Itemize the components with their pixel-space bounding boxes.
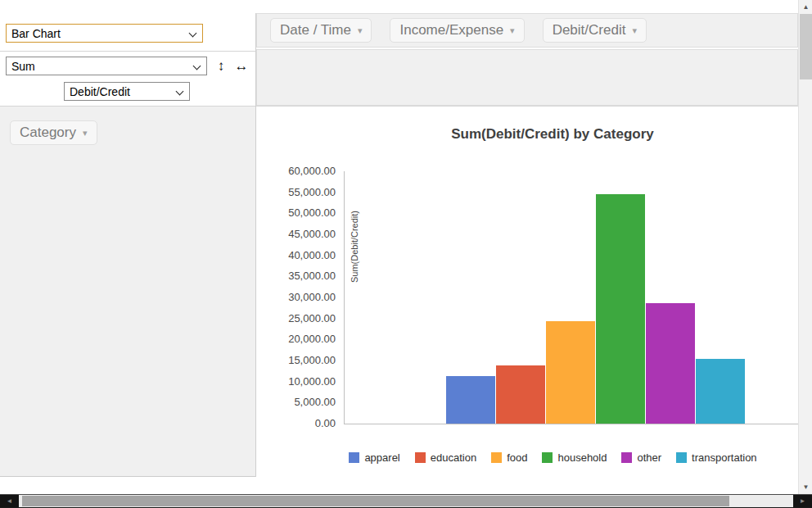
- attribute-pill-label: Category: [20, 125, 76, 141]
- vertical-scrollbar[interactable]: ▲ ▼: [798, 0, 812, 494]
- aggregator-select-value: Sum: [11, 60, 35, 73]
- attribute-pill-label: Date / Time: [280, 22, 351, 39]
- bar-apparel[interactable]: [446, 376, 495, 424]
- y-tick-label: 60,000.00: [256, 165, 336, 178]
- filter-dropdown-caret-icon[interactable]: ▾: [510, 25, 515, 36]
- scroll-left-icon[interactable]: ◄: [0, 495, 19, 507]
- bar-other[interactable]: [646, 303, 695, 424]
- vertical-scrollbar-thumb[interactable]: [800, 14, 812, 79]
- legend-label: other: [637, 451, 661, 464]
- unused-attributes-zone[interactable]: Date / Time▾Income/Expense▾Debit/Credit▾: [256, 13, 798, 48]
- bar-household[interactable]: [596, 194, 645, 424]
- y-tick-label: 0.00: [256, 417, 336, 430]
- bars-plot-area: [344, 171, 798, 424]
- attribute-pill-category[interactable]: Category▾: [10, 120, 97, 145]
- column-attributes-drop-zone[interactable]: [256, 49, 798, 106]
- column-order-toggle-icon[interactable]: ↔: [231, 57, 252, 75]
- y-tick-label: 10,000.00: [256, 375, 336, 388]
- horizontal-scrollbar[interactable]: ◄ ►: [0, 494, 812, 508]
- legend-item-transportation[interactable]: transportation: [676, 451, 757, 464]
- chevron-down-icon: [189, 29, 197, 38]
- bar-food[interactable]: [546, 321, 595, 424]
- attribute-pill-income-expense[interactable]: Income/Expense▾: [390, 18, 524, 43]
- legend-swatch-icon: [542, 452, 553, 463]
- chevron-down-icon: [193, 62, 201, 70]
- y-axis-ticks: 0.005,000.0010,000.0015,000.0020,000.002…: [256, 171, 338, 424]
- pivot-chart-app: Date / Time▾Income/Expense▾Debit/Credit▾…: [0, 0, 812, 508]
- legend-label: transportation: [692, 451, 757, 464]
- aggregator-select[interactable]: Sum: [6, 57, 207, 75]
- aggregator-argument-value: Debit/Credit: [70, 85, 130, 98]
- legend-label: apparel: [364, 451, 399, 464]
- y-tick-label: 30,000.00: [256, 291, 336, 304]
- y-tick-label: 55,000.00: [256, 186, 336, 199]
- legend-label: food: [507, 451, 527, 464]
- bar-transportation[interactable]: [696, 359, 745, 424]
- scroll-down-icon[interactable]: ▼: [799, 480, 812, 494]
- bar-chart: Sum(Debit/Credit) by Category Sum(Debit/…: [256, 107, 798, 490]
- chart-title: Sum(Debit/Credit) by Category: [256, 126, 798, 143]
- attribute-pill-debit-credit[interactable]: Debit/Credit▾: [543, 18, 647, 43]
- filter-dropdown-caret-icon[interactable]: ▾: [632, 25, 637, 36]
- attribute-pill-label: Debit/Credit: [553, 22, 626, 39]
- legend-label: education: [431, 451, 476, 464]
- legend-item-education[interactable]: education: [415, 451, 476, 464]
- y-tick-label: 15,000.00: [256, 354, 336, 367]
- y-tick-label: 40,000.00: [256, 249, 336, 262]
- legend-swatch-icon: [491, 452, 502, 463]
- scroll-up-icon[interactable]: ▲: [799, 0, 812, 14]
- legend-item-other[interactable]: other: [621, 451, 661, 464]
- y-tick-label: 50,000.00: [256, 206, 336, 220]
- bar-education[interactable]: [496, 365, 545, 424]
- horizontal-scrollbar-thumb[interactable]: [22, 496, 729, 506]
- legend-swatch-icon: [621, 452, 632, 463]
- y-tick-label: 5,000.00: [256, 396, 336, 409]
- divider-renderer-row: [0, 51, 255, 52]
- filter-dropdown-caret-icon[interactable]: ▾: [83, 128, 88, 138]
- legend-swatch-icon: [349, 452, 359, 463]
- renderer-select-value: Bar Chart: [11, 27, 61, 40]
- chart-legend: appareleducationfoodhouseholdothertransp…: [326, 451, 780, 464]
- aggregator-argument-select[interactable]: Debit/Credit: [64, 82, 190, 101]
- renderer-select[interactable]: Bar Chart: [6, 24, 203, 43]
- attribute-pill-label: Income/Expense: [399, 22, 503, 39]
- attribute-pill-date-time[interactable]: Date / Time▾: [270, 18, 372, 43]
- row-attributes-drop-zone[interactable]: Category▾: [0, 107, 255, 477]
- legend-label: household: [557, 451, 607, 464]
- legend-item-apparel[interactable]: apparel: [349, 451, 399, 464]
- legend-swatch-icon: [676, 452, 687, 463]
- scroll-right-icon[interactable]: ►: [793, 495, 812, 507]
- y-tick-label: 45,000.00: [256, 228, 336, 241]
- y-tick-label: 35,000.00: [256, 270, 336, 283]
- chevron-down-icon: [176, 88, 184, 96]
- row-order-toggle-icon[interactable]: ↕: [213, 57, 229, 75]
- legend-swatch-icon: [415, 452, 426, 463]
- y-tick-label: 25,000.00: [256, 312, 336, 325]
- x-axis-line: [344, 424, 798, 424]
- filter-dropdown-caret-icon[interactable]: ▾: [358, 25, 363, 36]
- legend-item-food[interactable]: food: [491, 451, 527, 464]
- legend-item-household[interactable]: household: [542, 451, 607, 464]
- y-tick-label: 20,000.00: [256, 333, 336, 346]
